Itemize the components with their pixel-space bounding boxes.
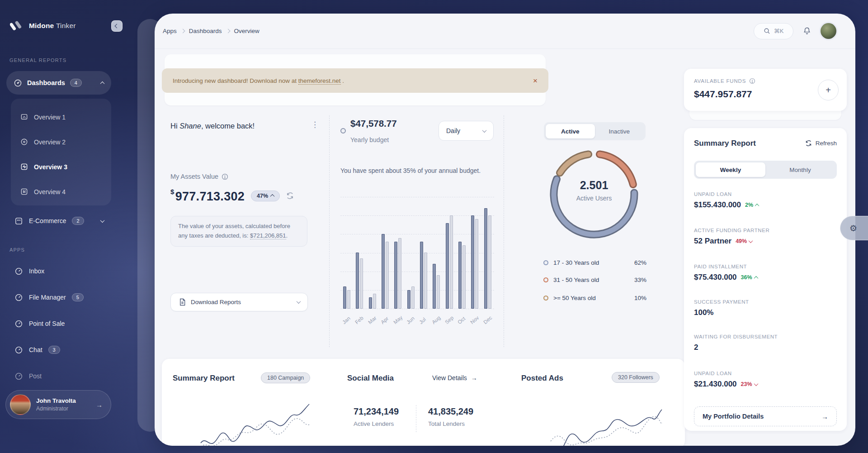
logo[interactable]: Midone Tinker [10, 20, 76, 32]
sync-icon[interactable] [286, 192, 294, 200]
breadcrumb-apps[interactable]: Apps [163, 28, 177, 34]
tab-inactive[interactable]: Inactive [595, 124, 644, 138]
trend-down: 49% [736, 238, 752, 244]
add-funds-button[interactable]: + [818, 80, 839, 100]
sidebar-item-label: Post [29, 372, 42, 380]
user-first-name: Shane [179, 122, 201, 130]
bar-Aug-current-year [433, 264, 436, 309]
info-icon [749, 78, 755, 84]
bar-Jun-previous-year [411, 286, 415, 309]
bar-Jan-current-year [343, 286, 346, 309]
tab-weekly[interactable]: Weekly [696, 162, 765, 177]
bar-Apr-previous-year [386, 242, 389, 309]
followers-badge: 320 Followers [612, 372, 660, 383]
chevron-right-icon [226, 29, 230, 33]
bar-Sep-current-year [446, 223, 449, 309]
bar-Mar-previous-year [373, 294, 376, 309]
x-tick-Apr: Apr [380, 315, 389, 325]
pos-icon [14, 217, 23, 225]
x-tick-Mar: Mar [367, 315, 377, 325]
x-tick-Jun: Jun [406, 315, 415, 325]
stat-unpaid-loan: UNPAID LOAN $155.430.000 2% [694, 191, 759, 210]
assets-column: Hi Shane, welcome back! ⋮ My Assets Valu… [162, 115, 330, 347]
banner-text: Introducing new dashboard! Download now … [173, 77, 344, 84]
disc-icon [20, 138, 28, 146]
sub-item-label: Overview 4 [34, 188, 66, 196]
sidebar-item-overview-1[interactable]: Overview 1 [11, 105, 111, 129]
period-tabs: Weekly Monthly [694, 161, 837, 179]
active-lenders-stat: 71,234,149 Active Lenders [354, 406, 399, 427]
x-tick-Dec: Dec [482, 315, 493, 325]
welcome-section: Hi Shane, welcome back! ⋮ My Assets Valu… [162, 115, 669, 347]
users-donut-chart: 2.501 Active Users [546, 146, 642, 242]
sync-icon [805, 140, 812, 147]
legend-dot-salmon [543, 277, 548, 282]
settings-gear-button[interactable]: ⚙ [840, 216, 868, 240]
kebab-menu-icon[interactable]: ⋮ [311, 120, 319, 129]
themeforest-link[interactable]: themeforest.net [298, 77, 341, 85]
breadcrumb-dashboards[interactable]: Dashboards [189, 28, 222, 34]
sidebar-item-overview-4[interactable]: Overview 4 [11, 179, 111, 204]
top-header: Apps Dashboards Overview ⌘K [155, 14, 855, 49]
tab-monthly[interactable]: Monthly [765, 162, 835, 177]
profile-avatar[interactable] [821, 23, 836, 39]
breadcrumb-overview[interactable]: Overview [234, 28, 259, 34]
search-input[interactable]: ⌘K [754, 23, 793, 39]
tab-active[interactable]: Active [546, 124, 595, 138]
x-tick-Jan: Jan [341, 315, 351, 325]
bar-Oct-current-year [458, 242, 462, 309]
campaign-badge: 180 Campaign [261, 372, 310, 383]
x-tick-Sep: Sep [444, 315, 454, 325]
download-reports-button[interactable]: Download Reports [170, 293, 308, 311]
bar-Nov-previous-year [475, 219, 478, 309]
bar-Feb-previous-year [360, 258, 363, 309]
sidebar-item-ecommerce[interactable]: E-Commerce 2 [6, 215, 111, 227]
funds-value: $447.957.877 [694, 89, 837, 100]
sidebar-item-overview-3[interactable]: Overview 3 [11, 154, 111, 179]
stat-active-funding-partner: ACTIVE FUNDING PARTNER 52 Partner 49% [694, 228, 769, 246]
x-tick-Aug: Aug [431, 315, 441, 325]
brand-name: Midone Tinker [29, 22, 76, 30]
search-shortcut: ⌘K [774, 28, 784, 34]
gauge-icon [14, 79, 22, 87]
assets-change-badge[interactable]: 47% [251, 191, 280, 201]
bar-Apr-current-year [382, 234, 385, 309]
bar-Dec-previous-year [488, 215, 491, 309]
period-select[interactable]: Daily [439, 121, 494, 141]
bar-Jul-current-year [420, 242, 423, 309]
sidebar-item-dashboards[interactable]: Dashboards 4 [6, 71, 111, 95]
bar-Aug-previous-year [437, 275, 440, 309]
section-general-reports: GENERAL REPORTS [9, 57, 66, 63]
sidebar-item-chat[interactable]: Chat 3 [6, 343, 111, 356]
sidebar-item-label: E-Commerce [29, 217, 66, 224]
portfolio-details-button[interactable]: My Portfolio Details → [694, 406, 837, 426]
gauge-icon [14, 293, 23, 302]
radio-icon [340, 128, 346, 134]
assets-value: $977.713.302 [170, 188, 245, 204]
funds-label-row: AVAILABLE FUNDS [694, 78, 837, 84]
user-card[interactable]: John Travolta Administrator → [5, 390, 111, 419]
sidebar-item-inbox[interactable]: Inbox [6, 265, 111, 277]
refresh-button[interactable]: Refresh [805, 140, 837, 147]
sidebar-item-post[interactable]: Post [6, 370, 111, 382]
gauge-icon [14, 346, 23, 354]
view-details-link[interactable]: View Details→ [432, 374, 477, 381]
stat-unpaid-loan-2: UNPAID LOAN $21.430.000 23% [694, 371, 758, 389]
sidebar-item-file-manager[interactable]: File Manager 5 [6, 291, 111, 304]
arrow-right-icon: → [96, 401, 103, 409]
sidebar-collapse-button[interactable] [111, 20, 123, 32]
sidebar-item-point-of-sale[interactable]: Point of Sale [6, 317, 111, 330]
announcement-banner: Introducing new dashboard! Download now … [162, 68, 548, 93]
user-role: Administrator [36, 405, 76, 412]
main-content: Apps Dashboards Overview ⌘K Introducing … [155, 14, 855, 446]
close-icon[interactable]: × [533, 77, 538, 85]
arrow-right-icon: → [821, 413, 828, 420]
pre-tax-value: $721,206,851 [250, 232, 286, 239]
chat-badge: 3 [48, 346, 60, 354]
sidebar-item-overview-2[interactable]: Overview 2 [11, 129, 111, 154]
bottom-summary-card: Summary Report 180 Campaign Social Media… [162, 359, 685, 446]
bell-icon[interactable] [802, 26, 811, 36]
bar-Sep-previous-year [450, 215, 453, 309]
section-apps: APPS [9, 247, 25, 253]
bar-Jan-previous-year [347, 290, 350, 309]
